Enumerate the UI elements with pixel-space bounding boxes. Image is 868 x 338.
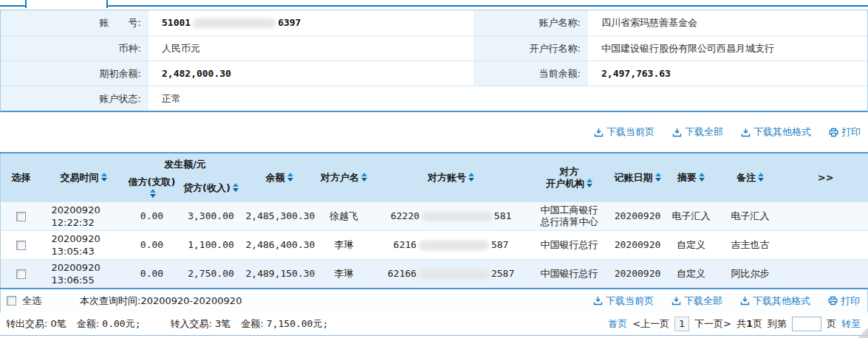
redacted-account-digits — [419, 241, 489, 250]
col-posting-date[interactable]: 记账日期 — [610, 153, 666, 202]
download-all-link[interactable]: 下载全部 — [671, 294, 722, 308]
account-info-row: 期初余额: 2,482,000.30 当前余额: 2,497,763.63 — [1, 61, 867, 86]
transaction-time-cell: 2020092013:05:43 — [41, 231, 126, 260]
balance-cell: 2,485,300.30 — [245, 202, 315, 231]
opening-balance-label: 期初余额: — [1, 61, 148, 86]
row-checkbox[interactable] — [16, 269, 26, 279]
download-current-page-link[interactable]: 下载当前页 — [593, 294, 654, 308]
currency-label: 币种: — [1, 36, 148, 61]
counterparty-bank-cell: 中国工商银行总行清算中心 — [529, 202, 610, 231]
tab-bar — [0, 0, 868, 7]
query-time-text: 本次查询时间:20200920-20200920 — [80, 294, 242, 308]
counterparty-name-cell: 李琳 — [315, 231, 374, 260]
transfer-out-amount: 金额: 0.00元; — [77, 317, 141, 331]
download-icon — [740, 296, 750, 306]
debit-cell: 0.00 — [126, 231, 178, 260]
col-counterparty-bank[interactable]: 对方开户机构 — [529, 153, 610, 202]
col-remark[interactable]: 备注 — [717, 153, 784, 202]
row-checkbox[interactable] — [16, 241, 26, 250]
credit-cell: 3,300.00 — [178, 202, 245, 231]
sort-icon[interactable] — [468, 173, 474, 182]
col-balance[interactable]: 余额 — [245, 153, 315, 202]
transfer-in-amount: 金额: 7,150.00元; — [241, 317, 328, 331]
abstract-cell: 自定义 — [666, 260, 717, 289]
current-page-indicator: 1 — [674, 317, 689, 331]
currency-value: 人民币元 — [148, 36, 474, 61]
account-info-row: 币种: 人民币元 开户行名称: 中国建设银行股份有限公司西昌月城支行 — [1, 35, 867, 61]
col-credit[interactable]: 贷方(收入) — [178, 175, 245, 202]
download-all-link[interactable]: 下载全部 — [672, 125, 723, 139]
col-transaction-time[interactable]: 交易时间 — [41, 153, 126, 202]
download-other-format-link[interactable]: 下载其他格式 — [740, 294, 810, 308]
goto-page-input[interactable] — [792, 317, 821, 331]
download-icon — [741, 128, 751, 137]
sort-icon[interactable] — [655, 173, 661, 182]
col-counterparty-account[interactable]: 对方账号 — [374, 153, 529, 202]
col-debit[interactable]: 借方(支取) — [126, 175, 178, 202]
posting-date-cell: 20200920 — [610, 231, 666, 260]
print-icon — [828, 296, 838, 306]
sort-icon[interactable] — [287, 173, 293, 182]
active-tab[interactable] — [25, 0, 108, 8]
print-link[interactable]: 打印 — [829, 125, 861, 139]
counterparty-account-cell: 621662587 — [374, 260, 529, 289]
select-all-checkbox[interactable] — [7, 296, 16, 306]
counterparty-account-cell: 62220581 — [374, 202, 529, 231]
debit-cell: 0.00 — [126, 202, 178, 231]
top-toolbar: 下载当前页 下载全部 下载其他格式 打印 — [0, 122, 868, 142]
abstract-cell: 自定义 — [666, 231, 717, 260]
download-current-page-link[interactable]: 下载当前页 — [594, 125, 655, 139]
download-icon — [594, 128, 604, 137]
current-balance-label: 当前余额: — [474, 61, 588, 86]
sort-icon[interactable] — [150, 189, 156, 198]
counterparty-bank-cell: 中国银行总行 — [529, 260, 610, 289]
redacted-account-digits — [193, 18, 276, 28]
goto-page-suffix: 页 — [827, 317, 836, 331]
account-status-value: 正常 — [148, 86, 474, 111]
sort-icon[interactable] — [758, 173, 764, 182]
transfer-out-label: 转出交易: 0笔 — [6, 317, 66, 331]
first-page-link[interactable]: 首页 — [608, 317, 627, 331]
download-icon — [672, 128, 682, 137]
print-link[interactable]: 打印 — [828, 294, 860, 308]
row-checkbox[interactable] — [16, 212, 26, 221]
account-name-value: 四川省索玛慈善基金会 — [588, 10, 867, 35]
redacted-account-digits — [419, 269, 489, 279]
posting-date-cell: 20200920 — [610, 202, 666, 231]
abstract-cell: 电子汇入 — [666, 202, 717, 231]
download-other-format-link[interactable]: 下载其他格式 — [741, 125, 811, 139]
sort-icon[interactable] — [101, 173, 107, 182]
table-row: 2020092012:22:32 0.00 3,300.00 2,485,300… — [1, 202, 868, 231]
col-abstract[interactable]: 摘要 — [666, 153, 717, 202]
table-row: 2020092013:05:43 0.00 1,100.00 2,486,400… — [1, 231, 868, 260]
prev-page-button[interactable]: <上一页 — [632, 317, 669, 331]
sort-icon[interactable] — [699, 173, 705, 182]
account-info-row: 账户状态: 正常 — [1, 86, 867, 111]
sort-icon[interactable] — [233, 183, 239, 192]
total-pages-text: 共1页 — [737, 317, 762, 331]
empty-cell — [588, 86, 867, 111]
expand-columns-button[interactable]: >> — [784, 153, 868, 202]
current-balance-value: 2,497,763.63 — [588, 61, 867, 86]
transaction-time-cell: 2020092012:22:32 — [41, 202, 126, 231]
bank-name-value: 中国建设银行股份有限公司西昌月城支行 — [588, 36, 867, 61]
bank-name-label: 开户行名称: — [474, 36, 588, 61]
summary-bar: 转出交易: 0笔 金额: 0.00元; 转入交易: 3笔 金额: 7,150.0… — [0, 312, 868, 336]
counterparty-bank-cell: 中国银行总行 — [529, 231, 610, 260]
redacted-account-digits — [422, 212, 492, 221]
pagination: 首页 <上一页 1 下一页> 共1页 到第 页 转至 — [608, 317, 861, 331]
credit-cell: 2,750.00 — [178, 260, 245, 289]
balance-cell: 2,486,400.30 — [245, 231, 315, 260]
debit-cell: 0.00 — [126, 260, 178, 289]
sort-icon[interactable] — [361, 173, 367, 182]
download-icon — [593, 296, 603, 306]
sort-icon[interactable] — [587, 179, 592, 187]
account-info-row: 账 号: 510016397 账户名称: 四川省索玛慈善基金会 — [1, 10, 867, 35]
transaction-table: 选择 交易时间 发生额/元 余额 对方户名 对方账号 对方开户机构 记账日期 摘… — [0, 152, 868, 289]
counterparty-name-cell: 徐越飞 — [315, 202, 374, 231]
account-number-label: 账 号: — [1, 10, 148, 35]
col-counterparty-name[interactable]: 对方户名 — [315, 153, 374, 202]
remark-cell: 吉主也古 — [717, 231, 784, 260]
balance-cell: 2,489,150.30 — [245, 260, 315, 289]
next-page-button[interactable]: 下一页> — [694, 317, 731, 331]
